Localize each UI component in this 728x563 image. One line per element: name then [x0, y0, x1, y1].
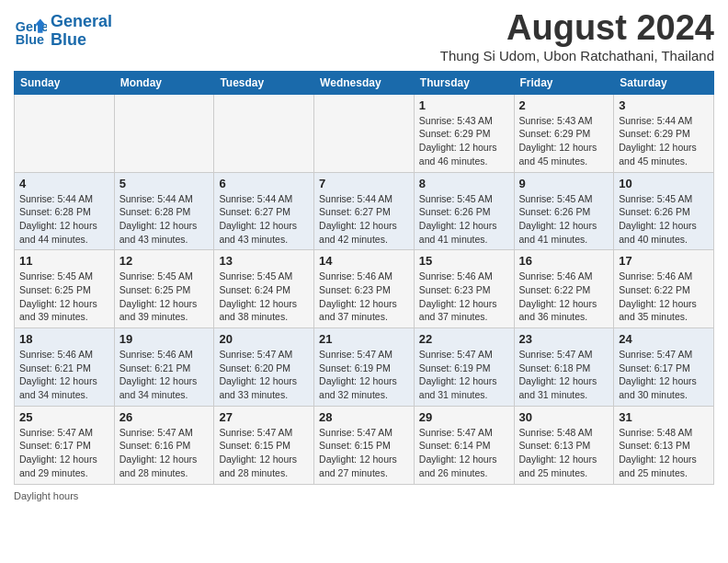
- svg-text:Blue: Blue: [16, 31, 44, 46]
- calendar-cell: 16Sunrise: 5:46 AM Sunset: 6:22 PM Dayli…: [514, 250, 614, 328]
- calendar-cell: 4Sunrise: 5:44 AM Sunset: 6:28 PM Daylig…: [15, 172, 115, 250]
- cell-date: 6: [219, 177, 309, 190]
- cell-date: 30: [519, 410, 609, 424]
- cell-date: 19: [119, 332, 210, 346]
- calendar-cell: 29Sunrise: 5:47 AM Sunset: 6:14 PM Dayli…: [414, 406, 514, 484]
- cell-info: Sunrise: 5:46 AM Sunset: 6:21 PM Dayligh…: [119, 348, 210, 402]
- calendar-header-cell: Sunday: [15, 71, 115, 94]
- cell-info: Sunrise: 5:47 AM Sunset: 6:14 PM Dayligh…: [419, 426, 509, 480]
- cell-info: Sunrise: 5:44 AM Sunset: 6:27 PM Dayligh…: [319, 192, 409, 247]
- calendar-header-cell: Monday: [114, 71, 214, 94]
- calendar-week-row: 11Sunrise: 5:45 AM Sunset: 6:25 PM Dayli…: [15, 250, 714, 328]
- calendar-cell: 6Sunrise: 5:44 AM Sunset: 6:27 PM Daylig…: [214, 172, 314, 250]
- cell-date: 29: [419, 410, 509, 424]
- cell-date: 2: [519, 98, 609, 112]
- logo-icon: General Blue: [14, 15, 47, 48]
- cell-info: Sunrise: 5:43 AM Sunset: 6:29 PM Dayligh…: [419, 114, 509, 168]
- calendar-header-cell: Friday: [514, 71, 614, 94]
- calendar-cell: [314, 94, 415, 172]
- calendar-cell: 22Sunrise: 5:47 AM Sunset: 6:19 PM Dayli…: [414, 328, 514, 407]
- calendar-body: 1Sunrise: 5:43 AM Sunset: 6:29 PM Daylig…: [15, 94, 714, 484]
- calendar-cell: 18Sunrise: 5:46 AM Sunset: 6:21 PM Dayli…: [15, 328, 115, 407]
- calendar-cell: 30Sunrise: 5:48 AM Sunset: 6:13 PM Dayli…: [514, 406, 614, 484]
- cell-info: Sunrise: 5:47 AM Sunset: 6:20 PM Dayligh…: [219, 348, 309, 402]
- cell-date: 24: [619, 332, 709, 346]
- cell-info: Sunrise: 5:44 AM Sunset: 6:28 PM Dayligh…: [119, 192, 210, 247]
- calendar-cell: 2Sunrise: 5:43 AM Sunset: 6:29 PM Daylig…: [514, 94, 614, 172]
- calendar-cell: 27Sunrise: 5:47 AM Sunset: 6:15 PM Dayli…: [214, 406, 314, 484]
- cell-date: 12: [119, 254, 210, 268]
- cell-date: 18: [19, 332, 109, 346]
- cell-info: Sunrise: 5:45 AM Sunset: 6:26 PM Dayligh…: [419, 192, 509, 247]
- calendar-header-cell: Tuesday: [214, 71, 314, 94]
- cell-date: 3: [619, 98, 709, 112]
- cell-date: 4: [19, 177, 109, 190]
- cell-info: Sunrise: 5:45 AM Sunset: 6:26 PM Dayligh…: [619, 192, 709, 247]
- calendar-cell: 13Sunrise: 5:45 AM Sunset: 6:24 PM Dayli…: [214, 250, 314, 328]
- logo-text: GeneralBlue: [51, 13, 112, 50]
- subtitle: Thung Si Udom, Ubon Ratchathani, Thailan…: [440, 48, 714, 63]
- cell-info: Sunrise: 5:46 AM Sunset: 6:21 PM Dayligh…: [19, 348, 109, 402]
- cell-info: Sunrise: 5:46 AM Sunset: 6:23 PM Dayligh…: [419, 270, 509, 324]
- calendar-table: SundayMondayTuesdayWednesdayThursdayFrid…: [14, 71, 714, 485]
- logo: General Blue GeneralBlue: [14, 13, 112, 50]
- cell-info: Sunrise: 5:47 AM Sunset: 6:17 PM Dayligh…: [619, 348, 709, 402]
- calendar-cell: 11Sunrise: 5:45 AM Sunset: 6:25 PM Dayli…: [15, 250, 115, 328]
- cell-date: 13: [219, 254, 309, 268]
- title-area: August 2024 Thung Si Udom, Ubon Ratchath…: [440, 9, 714, 63]
- calendar-header-cell: Saturday: [614, 71, 714, 94]
- cell-info: Sunrise: 5:45 AM Sunset: 6:25 PM Dayligh…: [19, 270, 109, 324]
- cell-date: 20: [219, 332, 309, 346]
- footer-note: Daylight hours: [14, 490, 714, 501]
- calendar-cell: 31Sunrise: 5:48 AM Sunset: 6:13 PM Dayli…: [614, 406, 714, 484]
- cell-date: 8: [419, 177, 509, 190]
- cell-info: Sunrise: 5:48 AM Sunset: 6:13 PM Dayligh…: [519, 426, 609, 480]
- cell-info: Sunrise: 5:46 AM Sunset: 6:23 PM Dayligh…: [319, 270, 409, 324]
- calendar-cell: 10Sunrise: 5:45 AM Sunset: 6:26 PM Dayli…: [614, 172, 714, 250]
- calendar-cell: 20Sunrise: 5:47 AM Sunset: 6:20 PM Dayli…: [214, 328, 314, 407]
- cell-date: 27: [219, 410, 309, 424]
- cell-info: Sunrise: 5:47 AM Sunset: 6:15 PM Dayligh…: [219, 426, 309, 480]
- calendar-cell: 15Sunrise: 5:46 AM Sunset: 6:23 PM Dayli…: [414, 250, 514, 328]
- calendar-cell: 9Sunrise: 5:45 AM Sunset: 6:26 PM Daylig…: [514, 172, 614, 250]
- calendar-cell: 3Sunrise: 5:44 AM Sunset: 6:29 PM Daylig…: [614, 94, 714, 172]
- calendar-cell: 7Sunrise: 5:44 AM Sunset: 6:27 PM Daylig…: [314, 172, 415, 250]
- calendar-cell: [15, 94, 115, 172]
- cell-date: 1: [419, 98, 509, 112]
- month-title: August 2024: [440, 9, 714, 48]
- calendar-week-row: 1Sunrise: 5:43 AM Sunset: 6:29 PM Daylig…: [15, 94, 714, 172]
- cell-date: 11: [19, 254, 109, 268]
- calendar-cell: 26Sunrise: 5:47 AM Sunset: 6:16 PM Dayli…: [114, 406, 214, 484]
- calendar-cell: [114, 94, 214, 172]
- calendar-week-row: 18Sunrise: 5:46 AM Sunset: 6:21 PM Dayli…: [15, 328, 714, 407]
- calendar-cell: 28Sunrise: 5:47 AM Sunset: 6:15 PM Dayli…: [314, 406, 415, 484]
- calendar-cell: 25Sunrise: 5:47 AM Sunset: 6:17 PM Dayli…: [15, 406, 115, 484]
- cell-info: Sunrise: 5:47 AM Sunset: 6:19 PM Dayligh…: [319, 348, 409, 402]
- calendar-cell: 24Sunrise: 5:47 AM Sunset: 6:17 PM Dayli…: [614, 328, 714, 407]
- cell-date: 22: [419, 332, 509, 346]
- cell-date: 26: [119, 410, 210, 424]
- calendar-cell: 5Sunrise: 5:44 AM Sunset: 6:28 PM Daylig…: [114, 172, 214, 250]
- calendar-header-row: SundayMondayTuesdayWednesdayThursdayFrid…: [15, 71, 714, 94]
- cell-info: Sunrise: 5:47 AM Sunset: 6:15 PM Dayligh…: [319, 426, 409, 480]
- cell-info: Sunrise: 5:46 AM Sunset: 6:22 PM Dayligh…: [519, 270, 609, 324]
- cell-info: Sunrise: 5:45 AM Sunset: 6:25 PM Dayligh…: [119, 270, 210, 324]
- cell-info: Sunrise: 5:44 AM Sunset: 6:27 PM Dayligh…: [219, 192, 309, 247]
- cell-date: 16: [519, 254, 609, 268]
- cell-date: 21: [319, 332, 409, 346]
- cell-date: 14: [319, 254, 409, 268]
- cell-info: Sunrise: 5:43 AM Sunset: 6:29 PM Dayligh…: [519, 114, 609, 168]
- cell-info: Sunrise: 5:47 AM Sunset: 6:18 PM Dayligh…: [519, 348, 609, 402]
- calendar-cell: 14Sunrise: 5:46 AM Sunset: 6:23 PM Dayli…: [314, 250, 415, 328]
- calendar-cell: 8Sunrise: 5:45 AM Sunset: 6:26 PM Daylig…: [414, 172, 514, 250]
- cell-date: 5: [119, 177, 210, 190]
- cell-info: Sunrise: 5:47 AM Sunset: 6:16 PM Dayligh…: [119, 426, 210, 480]
- cell-info: Sunrise: 5:44 AM Sunset: 6:29 PM Dayligh…: [619, 114, 709, 168]
- cell-info: Sunrise: 5:44 AM Sunset: 6:28 PM Dayligh…: [19, 192, 109, 247]
- cell-date: 31: [619, 410, 709, 424]
- cell-info: Sunrise: 5:47 AM Sunset: 6:19 PM Dayligh…: [419, 348, 509, 402]
- cell-date: 15: [419, 254, 509, 268]
- calendar-cell: 21Sunrise: 5:47 AM Sunset: 6:19 PM Dayli…: [314, 328, 415, 407]
- calendar-week-row: 25Sunrise: 5:47 AM Sunset: 6:17 PM Dayli…: [15, 406, 714, 484]
- header: General Blue GeneralBlue August 2024 Thu…: [14, 9, 714, 63]
